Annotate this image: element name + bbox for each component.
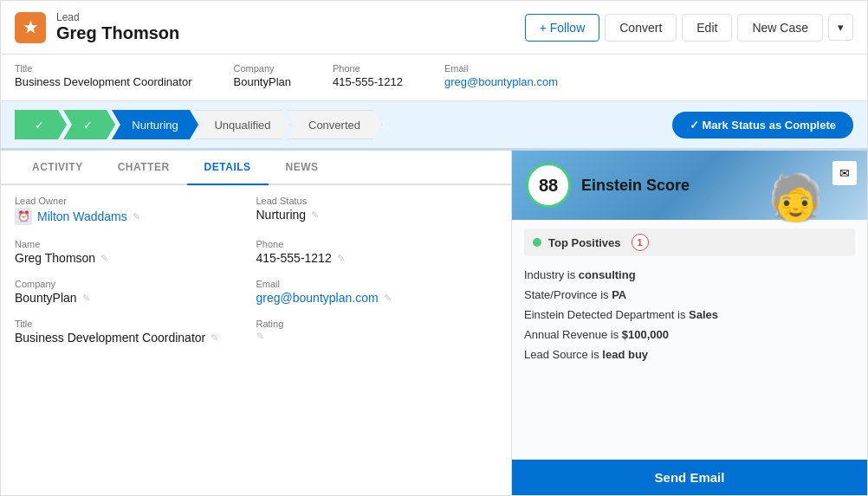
mark-complete-button[interactable]: ✓ Mark Status as Complete xyxy=(672,112,853,138)
detail-phone: Phone 415-555-1212 ✎ xyxy=(256,239,498,265)
lead-icon: ★ xyxy=(15,12,46,43)
company-detail-value: BountyPlan ✎ xyxy=(15,291,256,305)
detail-row-name-phone: Name Greg Thomson ✎ Phone 415-555-1212 ✎ xyxy=(15,239,497,265)
send-email-button[interactable]: Send Email xyxy=(512,460,867,495)
tabs-bar: ACTIVITY CHATTER DETAILS NEWS xyxy=(1,151,511,185)
check-icon-2: ✓ xyxy=(83,119,93,132)
status-step-nurturing[interactable]: Nurturing xyxy=(112,110,198,139)
lead-status-value: Nurturing ✎ xyxy=(256,208,498,222)
badge-count: 1 xyxy=(632,234,649,251)
owner-name[interactable]: Milton Waddams xyxy=(37,209,127,223)
positive-item-3: Annual Revenue is $100,000 xyxy=(524,325,855,345)
status-step-2[interactable]: ✓ xyxy=(63,110,115,139)
title-text: Business Development Coordinator xyxy=(15,331,205,345)
status-step-unqualified[interactable]: Unqualified xyxy=(195,110,290,139)
tab-activity[interactable]: ACTIVITY xyxy=(15,151,100,185)
status-step-converted[interactable]: Converted xyxy=(287,110,382,139)
detail-lead-owner: Lead Owner ⏰ Milton Waddams ✎ xyxy=(15,196,256,225)
rating-label: Rating xyxy=(256,319,498,329)
detail-rating: Rating ✎ xyxy=(256,319,498,345)
positive-bold-1: PA xyxy=(612,288,626,301)
email-label: Email xyxy=(444,63,558,74)
dropdown-button[interactable]: ▾ xyxy=(828,14,853,41)
converted-label: Converted xyxy=(308,119,360,132)
phone-text: 415-555-1212 xyxy=(256,251,332,265)
company-edit-icon[interactable]: ✎ xyxy=(82,293,90,304)
nurturing-label: Nurturing xyxy=(132,119,178,132)
new-case-button[interactable]: New Case xyxy=(737,14,823,42)
positive-bold-2: Sales xyxy=(689,308,718,321)
left-panel: ACTIVITY CHATTER DETAILS NEWS Lead Owner… xyxy=(1,151,512,495)
lead-owner-value: ⏰ Milton Waddams ✎ xyxy=(15,208,256,225)
tab-details[interactable]: DETAILS xyxy=(187,151,269,185)
title-detail-label: Title xyxy=(15,319,256,329)
detail-row-title-rating: Title Business Development Coordinator ✎… xyxy=(15,319,497,345)
check-icon-1: ✓ xyxy=(35,119,44,132)
lead-name: Greg Thomson xyxy=(56,23,179,43)
positives-label: Top Positives xyxy=(548,236,621,249)
detail-email: Email greg@bountyplan.com ✎ xyxy=(256,279,498,305)
title-edit-icon[interactable]: ✎ xyxy=(211,332,218,344)
title-value: Business Development Coordinator xyxy=(15,75,192,88)
lead-type-label: Lead xyxy=(56,11,179,23)
follow-button[interactable]: + Follow xyxy=(525,14,600,42)
detail-lead-status: Lead Status Nurturing ✎ xyxy=(256,196,498,225)
detail-title: Title Business Development Coordinator ✎ xyxy=(15,319,256,345)
detail-row-company-email: Company BountyPlan ✎ Email greg@bountypl… xyxy=(15,279,497,305)
details-panel: Lead Owner ⏰ Milton Waddams ✎ Lead Statu… xyxy=(1,185,511,495)
phone-edit-icon[interactable]: ✎ xyxy=(337,253,345,264)
status-bar: ✓ ✓ Nurturing Unqualified Converted ✓ Ma… xyxy=(1,101,867,151)
meta-bar: Title Business Development Coordinator C… xyxy=(1,55,867,101)
unqualified-label: Unqualified xyxy=(214,119,270,132)
status-step-1[interactable]: ✓ xyxy=(15,110,67,139)
tab-chatter[interactable]: CHATTER xyxy=(100,151,187,185)
detail-company: Company BountyPlan ✎ xyxy=(15,279,256,305)
rating-value: ✎ xyxy=(256,331,498,342)
einstein-mail-icon[interactable]: ✉ xyxy=(832,161,857,185)
lead-owner-label: Lead Owner xyxy=(15,196,256,206)
name-edit-icon[interactable]: ✎ xyxy=(100,253,108,264)
name-label: Name xyxy=(15,239,256,249)
lead-status-edit-icon[interactable]: ✎ xyxy=(311,209,319,221)
positive-item-0: Industry is consulting xyxy=(524,265,855,285)
email-link[interactable]: greg@bountyplan.com xyxy=(444,75,558,88)
detail-row-owner-status: Lead Owner ⏰ Milton Waddams ✎ Lead Statu… xyxy=(15,196,497,225)
company-label: Company xyxy=(234,63,292,74)
tab-news[interactable]: NEWS xyxy=(269,151,336,185)
convert-button[interactable]: Convert xyxy=(605,14,677,42)
positives-header: Top Positives 1 xyxy=(524,229,855,256)
meta-phone: Phone 415-555-1212 xyxy=(333,63,403,88)
positive-item-1: State/Province is PA xyxy=(524,285,855,305)
meta-company: Company BountyPlan xyxy=(234,63,292,88)
company-value: BountyPlan xyxy=(234,75,292,88)
edit-button[interactable]: Edit xyxy=(682,14,732,42)
phone-detail-value: 415-555-1212 ✎ xyxy=(256,251,498,265)
right-panel: 88 Einstein Score ✉ 🧓 Top Positives 1 In… xyxy=(512,151,867,495)
positive-bold-0: consulting xyxy=(579,268,636,281)
header-actions: + Follow Convert Edit New Case ▾ xyxy=(525,14,853,42)
email-edit-icon[interactable]: ✎ xyxy=(384,293,392,304)
page-header: ★ Lead Greg Thomson + Follow Convert Edi… xyxy=(1,1,867,55)
lead-status-text: Nurturing xyxy=(256,208,307,222)
email-detail-link[interactable]: greg@bountyplan.com xyxy=(256,291,379,305)
lead-owner-edit-icon[interactable]: ✎ xyxy=(133,211,140,222)
positive-bold-3: $100,000 xyxy=(622,328,669,341)
meta-title: Title Business Development Coordinator xyxy=(15,63,192,88)
rating-edit-icon[interactable]: ✎ xyxy=(256,331,264,342)
positives-section: Top Positives 1 Industry is consulting S… xyxy=(512,220,867,460)
email-detail-label: Email xyxy=(256,279,498,289)
header-title-block: Lead Greg Thomson xyxy=(56,11,179,43)
phone-detail-label: Phone xyxy=(256,239,498,249)
green-dot-icon xyxy=(533,238,541,247)
email-detail-value: greg@bountyplan.com ✎ xyxy=(256,291,498,305)
phone-value: 415-555-1212 xyxy=(333,75,403,88)
einstein-avatar: 🧓 xyxy=(768,175,824,220)
positive-item-2: Einstein Detected Department is Sales xyxy=(524,305,855,325)
name-value: Greg Thomson ✎ xyxy=(15,251,256,265)
header-left: ★ Lead Greg Thomson xyxy=(15,11,179,43)
main-content: ACTIVITY CHATTER DETAILS NEWS Lead Owner… xyxy=(1,151,867,495)
positive-bold-4: lead buy xyxy=(602,348,648,361)
positive-item-4: Lead Source is lead buy xyxy=(524,345,855,364)
name-text: Greg Thomson xyxy=(15,251,95,265)
title-label: Title xyxy=(15,63,192,74)
